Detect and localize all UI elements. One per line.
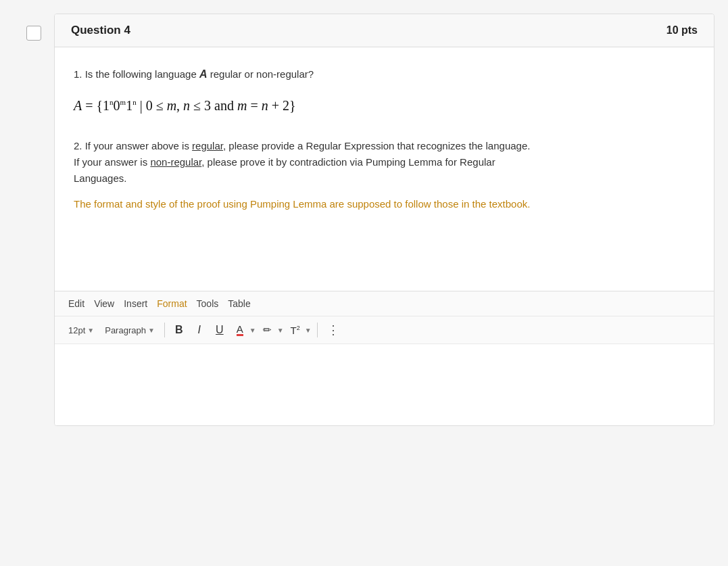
page-container: Question 4 10 pts 1. Is the following la… bbox=[14, 14, 714, 426]
highlight-button[interactable]: ✏ bbox=[259, 321, 276, 339]
paragraph-value: Paragraph bbox=[105, 325, 146, 335]
more-options-button[interactable]: ⋮ bbox=[323, 321, 343, 339]
font-size-chevron: ▼ bbox=[87, 327, 94, 334]
toolbar-separator-2 bbox=[317, 323, 318, 337]
toolbar-separator-1 bbox=[164, 323, 165, 337]
question-title: Question 4 bbox=[71, 24, 130, 37]
part3-text: The format and style of the proof using … bbox=[74, 196, 695, 212]
superscript-label: T2 bbox=[291, 325, 300, 336]
menu-insert[interactable]: Insert bbox=[121, 297, 150, 310]
bold-button[interactable]: B bbox=[170, 321, 188, 339]
question-body: 1. Is the following language A regular o… bbox=[55, 47, 714, 291]
highlight-chevron[interactable]: ▼ bbox=[277, 327, 284, 334]
editor-content-area[interactable] bbox=[55, 344, 714, 425]
part2-line2-prefix: If your answer is bbox=[74, 156, 150, 168]
editor-toolbar: 12pt ▼ Paragraph ▼ B I U A ▼ bbox=[55, 316, 714, 344]
menu-format[interactable]: Format bbox=[154, 297, 189, 310]
menu-edit[interactable]: Edit bbox=[66, 297, 87, 310]
font-color-group: A ▼ bbox=[231, 321, 256, 339]
font-size-value: 12pt bbox=[68, 325, 85, 335]
menu-tools[interactable]: Tools bbox=[194, 297, 222, 310]
part2-regular: regular bbox=[192, 140, 223, 151]
highlight-icon: ✏ bbox=[263, 324, 272, 336]
question-checkbox[interactable] bbox=[26, 26, 41, 41]
paragraph-chevron: ▼ bbox=[148, 327, 155, 334]
superscript-button[interactable]: T2 bbox=[287, 321, 304, 339]
paragraph-dropdown[interactable]: Paragraph ▼ bbox=[101, 323, 159, 337]
part2-line1-mid: , please provide a Regular Expression th… bbox=[223, 140, 530, 151]
font-color-chevron[interactable]: ▼ bbox=[249, 327, 256, 334]
menu-table[interactable]: Table bbox=[225, 297, 253, 310]
question-points: 10 pts bbox=[666, 24, 698, 37]
math-formula: A = {1n0m1n | 0 ≤ m, n ≤ 3 and m = n + 2… bbox=[74, 92, 695, 119]
font-color-button[interactable]: A bbox=[231, 321, 249, 339]
part2-line3: Languages. bbox=[74, 172, 126, 184]
part2-line2-suffix: , please prove it by contradiction via P… bbox=[201, 156, 495, 168]
left-sidebar bbox=[14, 14, 54, 426]
question-card: Question 4 10 pts 1. Is the following la… bbox=[54, 14, 714, 426]
font-size-dropdown[interactable]: 12pt ▼ bbox=[64, 323, 98, 337]
font-color-icon: A bbox=[237, 324, 243, 336]
part2-line1-prefix: 2. If your answer above is bbox=[74, 140, 192, 151]
part2-nonregular: non-regular bbox=[150, 156, 201, 168]
editor-wrapper: Edit View Insert Format Tools Table 12pt… bbox=[55, 291, 714, 425]
part2-text: 2. If your answer above is regular, plea… bbox=[74, 138, 695, 187]
part1-italic-A: A bbox=[199, 68, 208, 80]
highlight-group: ✏ ▼ bbox=[259, 321, 284, 339]
part1-text: 1. Is the following language A regular o… bbox=[74, 66, 695, 82]
underline-button[interactable]: U bbox=[211, 321, 228, 339]
menu-view[interactable]: View bbox=[91, 297, 117, 310]
editor-menu-bar: Edit View Insert Format Tools Table bbox=[55, 291, 714, 316]
part1-suffix: regular or non-regular? bbox=[208, 68, 314, 80]
question-header: Question 4 10 pts bbox=[55, 14, 714, 47]
superscript-group: T2 ▼ bbox=[287, 321, 312, 339]
part1-prefix: 1. Is the following language bbox=[74, 68, 199, 80]
superscript-chevron[interactable]: ▼ bbox=[305, 327, 312, 334]
italic-button[interactable]: I bbox=[191, 321, 208, 339]
